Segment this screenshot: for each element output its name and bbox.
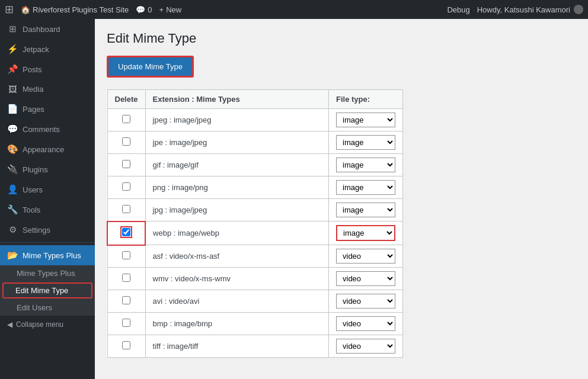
filetype-select[interactable]: imagevideoaudiodocumentspreadsheetintera…: [336, 249, 395, 264]
delete-checkbox[interactable]: [122, 274, 130, 282]
delete-checkbox[interactable]: [122, 341, 130, 349]
sidebar-item-label: Settings: [23, 226, 50, 235]
collapse-menu-button[interactable]: ◀ Collapse menu: [0, 316, 95, 333]
sidebar-item-tools[interactable]: 🔧 Tools: [0, 200, 95, 220]
comments-link[interactable]: 💬 0: [136, 5, 152, 14]
admin-menu: ⊞ Dashboard ⚡ Jetpack 📌 Posts 🖼 Media 📄 …: [0, 19, 95, 379]
new-content-link[interactable]: + New: [159, 5, 182, 14]
filetype-cell: imagevideoaudiodocumentspreadsheetintera…: [329, 245, 403, 268]
delete-cell: [107, 268, 145, 290]
sidebar-item-label: Tools: [23, 205, 40, 214]
collapse-icon: ◀: [7, 320, 12, 329]
submenu-item-edit-mime-type[interactable]: Edit Mime Type: [2, 282, 92, 298]
sidebar-item-users[interactable]: 👤 Users: [0, 179, 95, 200]
extension-cell: avi : video/avi: [145, 290, 328, 313]
posts-icon: 📌: [7, 64, 18, 75]
delete-checkbox[interactable]: [122, 182, 130, 191]
filetype-select[interactable]: imagevideoaudiodocumentspreadsheetintera…: [336, 113, 395, 127]
delete-checkbox[interactable]: [122, 296, 130, 304]
jetpack-icon: ⚡: [7, 44, 18, 54]
submenu-item-mime-types-plus[interactable]: Mime Types Plus: [0, 265, 95, 281]
filetype-select[interactable]: imagevideoaudiodocumentspreadsheetintera…: [336, 294, 395, 309]
filetype-select[interactable]: imagevideoaudiodocumentspreadsheetintera…: [336, 203, 395, 217]
table-row: gif : image/gifimagevideoaudiodocumentsp…: [107, 154, 403, 176]
extension-cell: png : image/png: [145, 176, 328, 199]
delete-cell: [107, 154, 145, 176]
plus-icon: +: [159, 5, 164, 14]
delete-checkbox[interactable]: [122, 115, 130, 123]
sidebar-item-posts[interactable]: 📌 Posts: [0, 59, 95, 79]
filetype-cell: imagevideoaudiodocumentspreadsheetintera…: [329, 335, 403, 358]
sidebar-item-appearance[interactable]: 🎨 Appearance: [0, 139, 95, 159]
delete-cell: [107, 221, 145, 245]
extension-cell: bmp : image/bmp: [145, 313, 328, 335]
delete-cell: [107, 290, 145, 313]
main-content: Edit Mime Type Update Mime Type Delete E…: [95, 19, 588, 379]
delete-checkbox[interactable]: [122, 205, 130, 213]
sidebar-item-label: Media: [23, 85, 43, 94]
sidebar-item-settings[interactable]: ⚙ Settings: [0, 220, 95, 240]
sidebar-item-label: Appearance: [23, 145, 64, 154]
table-row: jpg : image/jpegimagevideoaudiodocuments…: [107, 199, 403, 221]
table-row: webp : image/webpimagevideoaudiodocument…: [107, 221, 403, 245]
users-icon: 👤: [7, 184, 18, 195]
wp-logo-icon[interactable]: ⊞: [5, 3, 14, 16]
table-row: jpeg : image/jpegimagevideoaudiodocument…: [107, 109, 403, 131]
extension-cell: webp : image/webp: [145, 221, 328, 245]
extension-cell: jpe : image/jpeg: [145, 131, 328, 154]
delete-checkbox[interactable]: [122, 137, 130, 146]
sidebar-item-label: Users: [23, 185, 43, 194]
col-header-extension: Extension : Mime Types: [145, 90, 328, 109]
delete-cell: [107, 245, 145, 268]
sidebar-item-dashboard[interactable]: ⊞ Dashboard: [0, 19, 95, 39]
filetype-cell: imagevideoaudiodocumentspreadsheetintera…: [329, 268, 403, 290]
delete-checkbox[interactable]: [122, 319, 130, 327]
delete-checkbox[interactable]: [122, 251, 130, 259]
extension-cell: jpg : image/jpeg: [145, 199, 328, 221]
sidebar-item-jetpack[interactable]: ⚡ Jetpack: [0, 39, 95, 59]
delete-cell: [107, 313, 145, 335]
mimetypes-submenu: Mime Types Plus Edit Mime Type Edit User…: [0, 265, 95, 316]
home-icon: 🏠: [21, 5, 30, 14]
filetype-cell: imagevideoaudiodocumentspreadsheetintera…: [329, 221, 403, 245]
comments-icon: 💬: [7, 124, 18, 134]
dashboard-icon: ⊞: [7, 24, 18, 34]
extension-cell: tiff : image/tiff: [145, 335, 328, 358]
page-title: Edit Mime Type: [107, 31, 576, 46]
extension-cell: wmv : video/x-ms-wmv: [145, 268, 328, 290]
filetype-select[interactable]: imagevideoaudiodocumentspreadsheetintera…: [336, 316, 395, 331]
delete-checkbox[interactable]: [122, 160, 130, 168]
filetype-select[interactable]: imagevideoaudiodocumentspreadsheetintera…: [336, 339, 395, 354]
mime-types-table: Delete Extension : Mime Types File type:…: [107, 89, 403, 358]
tools-icon: 🔧: [7, 204, 18, 215]
submenu-item-edit-users[interactable]: Edit Users: [0, 300, 95, 316]
delete-cell: [107, 176, 145, 199]
filetype-select[interactable]: imagevideoaudiodocumentspreadsheetintera…: [336, 180, 395, 195]
delete-cell: [107, 199, 145, 221]
filetype-select[interactable]: imagevideoaudiodocumentspreadsheetintera…: [336, 135, 395, 150]
site-name[interactable]: 🏠 Riverforest Plugins Test Site: [21, 5, 129, 14]
table-row: jpe : image/jpegimagevideoaudiodocuments…: [107, 131, 403, 154]
sidebar-item-pages[interactable]: 📄 Pages: [0, 99, 95, 119]
user-info[interactable]: Howdy, Katsushi Kawamori: [477, 5, 583, 14]
filetype-cell: imagevideoaudiodocumentspreadsheetintera…: [329, 290, 403, 313]
appearance-icon: 🎨: [7, 144, 18, 155]
delete-checkbox[interactable]: [122, 228, 130, 236]
extension-cell: gif : image/gif: [145, 154, 328, 176]
col-header-delete: Delete: [107, 90, 145, 109]
update-mime-type-button[interactable]: Update Mime Type: [107, 56, 194, 78]
sidebar-item-plugins[interactable]: 🔌 Plugins: [0, 159, 95, 179]
sidebar-item-comments[interactable]: 💬 Comments: [0, 119, 95, 139]
media-icon: 🖼: [7, 84, 18, 94]
debug-link[interactable]: Debug: [447, 5, 469, 14]
filetype-select[interactable]: imagevideoaudiodocumentspreadsheetintera…: [336, 225, 395, 241]
comment-icon: 💬: [136, 5, 145, 14]
table-row: wmv : video/x-ms-wmvimagevideoaudiodocum…: [107, 268, 403, 290]
filetype-cell: imagevideoaudiodocumentspreadsheetintera…: [329, 154, 403, 176]
sidebar-item-mimetypes[interactable]: 📂 Mime Types Plus: [0, 245, 95, 265]
table-row: tiff : image/tiffimagevideoaudiodocument…: [107, 335, 403, 358]
filetype-select[interactable]: imagevideoaudiodocumentspreadsheetintera…: [336, 158, 395, 172]
sidebar-item-label: Posts: [23, 65, 42, 74]
sidebar-item-media[interactable]: 🖼 Media: [0, 79, 95, 99]
filetype-select[interactable]: imagevideoaudiodocumentspreadsheetintera…: [336, 271, 395, 286]
